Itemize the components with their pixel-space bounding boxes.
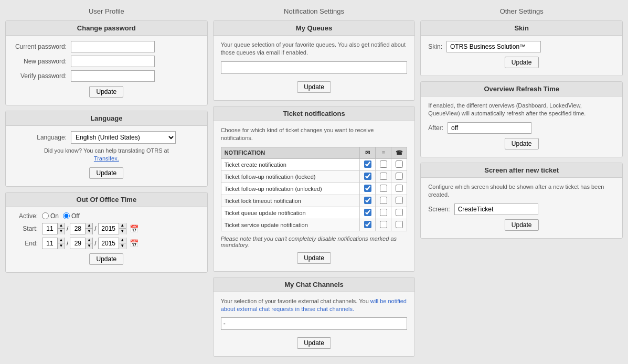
ticket-notifications-body: Choose for which kind of ticket changes … [214, 121, 415, 271]
t2-checkbox-4[interactable] [396, 209, 403, 216]
email-checkbox-2[interactable] [364, 185, 371, 192]
start-year-arrows: ▲ ▼ [119, 223, 126, 234]
notif-email-5 [360, 219, 376, 231]
email-checkbox-3[interactable] [364, 197, 371, 204]
off-radio[interactable] [63, 212, 70, 219]
chat-channels-input[interactable] [221, 317, 408, 330]
on-radio-item: On [42, 212, 59, 220]
ticket-notifications-description: Choose for which kind of ticket changes … [221, 126, 408, 143]
email-checkbox-4[interactable] [364, 209, 371, 216]
start-month-input[interactable] [42, 224, 57, 233]
end-calendar-icon[interactable]: 📅 [130, 239, 139, 248]
start-year-input[interactable] [99, 224, 119, 233]
email-checkbox-1[interactable] [364, 173, 371, 180]
off-radio-item: Off [63, 212, 80, 220]
table-row: Ticket lock timeout notification [221, 195, 407, 207]
change-password-update-button[interactable]: Update [89, 86, 123, 98]
t1-checkbox-0[interactable] [380, 160, 387, 168]
notifications-update-button[interactable]: Update [297, 252, 331, 264]
t1-checkbox-4[interactable] [380, 209, 387, 216]
email-col-header: ✉ [360, 147, 376, 158]
t1-checkbox-1[interactable] [380, 173, 387, 180]
start-day-down[interactable]: ▼ [85, 229, 92, 234]
skin-row: Skin: [428, 41, 615, 52]
notification-settings-column: My Queues Your queue selection of your f… [213, 20, 416, 357]
notif-email-4 [360, 207, 376, 219]
t2-checkbox-0[interactable] [396, 160, 403, 168]
end-month-input[interactable] [42, 239, 57, 248]
chat-channels-btn-row: Update [221, 337, 408, 349]
start-day-up[interactable]: ▲ [85, 223, 92, 229]
notifications-note: Please note that you can't completely di… [221, 235, 408, 248]
language-label: Language: [13, 134, 71, 141]
chat-channels-update-button[interactable]: Update [297, 337, 331, 349]
end-year-down[interactable]: ▼ [119, 243, 126, 249]
start-year-up[interactable]: ▲ [119, 223, 126, 229]
after-input[interactable] [448, 122, 531, 134]
start-day-input[interactable] [70, 224, 85, 233]
envelope-icon: ✉ [365, 149, 370, 156]
skin-update-button[interactable]: Update [505, 57, 539, 68]
end-month-spinner: ▲ ▼ [42, 238, 65, 249]
skin-panel: Skin Skin: Update [420, 20, 623, 76]
queues-update-button[interactable]: Update [297, 81, 331, 93]
verify-password-input[interactable] [71, 70, 155, 82]
other-settings-column: Skin Skin: Update Overview Refresh Time … [420, 20, 623, 239]
end-day-input[interactable] [70, 239, 85, 248]
language-update-button[interactable]: Update [89, 167, 123, 179]
my-chat-channels-body: Your selection of your favorite external… [214, 292, 415, 357]
my-chat-channels-panel: My Chat Channels Your selection of your … [213, 277, 416, 357]
end-year-input[interactable] [99, 239, 119, 248]
notif-t2-3 [391, 195, 407, 207]
t2-checkbox-5[interactable] [396, 221, 403, 228]
start-month-up[interactable]: ▲ [57, 223, 65, 229]
start-calendar-icon[interactable]: 📅 [130, 224, 139, 233]
email-checkbox-0[interactable] [364, 160, 371, 168]
end-month-up[interactable]: ▲ [57, 238, 65, 243]
notif-label-3: Ticket lock timeout notification [221, 195, 360, 207]
active-radio-group: On Off [42, 212, 80, 220]
skin-input[interactable] [446, 41, 541, 52]
notifications-btn-row: Update [221, 252, 408, 264]
t1-checkbox-5[interactable] [380, 221, 387, 228]
start-month-down[interactable]: ▼ [57, 229, 65, 234]
email-checkbox-5[interactable] [364, 221, 371, 228]
transifex-link[interactable]: Transifex. [94, 155, 119, 162]
user-profile-header: User Profile [5, 5, 208, 17]
notif-t1-4 [376, 207, 391, 219]
new-password-input[interactable] [71, 56, 155, 67]
notif-t1-5 [376, 219, 391, 231]
screen-after-ticket-panel: Screen after new ticket Configure which … [420, 163, 623, 239]
start-year-spinner: ▲ ▼ [98, 223, 126, 234]
start-date-group: ▲ ▼ / ▲ ▼ [42, 223, 139, 234]
skin-body: Skin: Update [421, 36, 622, 76]
language-select[interactable]: English (United States) [71, 131, 176, 144]
t2-checkbox-3[interactable] [396, 197, 403, 204]
t1-checkbox-2[interactable] [380, 185, 387, 192]
current-password-input[interactable] [71, 41, 155, 52]
slash3: / [67, 240, 68, 247]
after-row: After: [428, 122, 615, 134]
start-month-spinner: ▲ ▼ [42, 223, 65, 234]
list-col-header: ≡ [376, 147, 391, 158]
start-year-down[interactable]: ▼ [119, 229, 126, 234]
language-title: Language [6, 111, 207, 126]
skin-btn-row: Update [428, 57, 615, 68]
t1-checkbox-3[interactable] [380, 197, 387, 204]
t2-checkbox-2[interactable] [396, 185, 403, 192]
verify-password-label: Verify password: [13, 72, 71, 80]
start-label: Start: [13, 225, 42, 232]
overview-refresh-update-button[interactable]: Update [505, 138, 539, 149]
end-month-down[interactable]: ▼ [57, 243, 65, 249]
queues-input[interactable] [221, 61, 408, 74]
end-year-up[interactable]: ▲ [119, 238, 126, 243]
screen-after-ticket-update-button[interactable]: Update [505, 219, 539, 231]
on-radio[interactable] [42, 212, 49, 219]
end-day-down[interactable]: ▼ [85, 243, 92, 249]
t2-checkbox-1[interactable] [396, 173, 403, 180]
screen-input[interactable] [454, 204, 538, 215]
oof-update-button[interactable]: Update [89, 253, 123, 265]
end-date-group: ▲ ▼ / ▲ ▼ [42, 238, 139, 249]
end-day-up[interactable]: ▲ [85, 238, 92, 243]
end-row: End: ▲ ▼ / [13, 238, 200, 249]
